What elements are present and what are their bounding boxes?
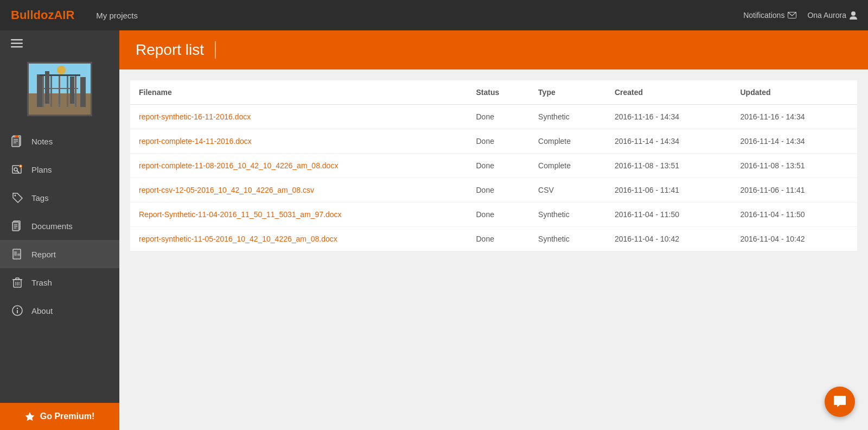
tags-label: Tags [31,193,49,203]
cell-updated: 2016-11-06 - 11:41 [731,178,857,203]
star-icon [25,412,35,421]
notifications-link[interactable]: Notifications [743,11,796,20]
about-icon [11,304,24,317]
cell-updated: 2016-11-04 - 11:50 [731,203,857,227]
cell-updated: 2016-11-08 - 13:51 [731,154,857,178]
cell-updated: 2016-11-14 - 14:34 [731,129,857,154]
top-navbar: BulldozAIR My projects Notifications Ona… [0,0,868,30]
content-header: Report list [119,30,868,69]
about-label: About [31,306,53,315]
svg-point-1 [851,11,856,16]
report-label: Report [31,250,56,259]
svg-rect-4 [11,46,23,48]
go-premium-button[interactable]: Go Premium! [0,403,119,430]
table-row: report-synthetic-11-05-2016_10_42_10_422… [130,227,857,251]
user-menu[interactable]: Ona Aurora [807,11,857,20]
cell-type: Synthetic [529,105,606,129]
cell-status: Done [468,203,530,227]
sidebar-item-trash[interactable]: Trash [0,268,119,296]
sidebar-item-report[interactable]: Report [0,240,119,268]
svg-rect-36 [14,251,17,256]
table-row: report-csv-12-05-2016_10_42_10_4226_am_0… [130,178,857,203]
file-link[interactable]: report-synthetic-16-11-2016.docx [139,112,251,121]
svg-rect-12 [59,76,60,107]
plans-label: Plans [31,165,52,174]
cell-created: 2016-11-08 - 13:51 [606,154,732,178]
documents-label: Documents [31,222,73,231]
content-body: Filename Status Type Created Updated rep… [119,69,868,430]
col-type: Type [529,80,606,105]
cell-status: Done [468,178,530,203]
project-thumbnail[interactable] [27,62,92,116]
plans-icon [11,163,24,176]
logo-bulldoz: Bulldoz [11,8,54,22]
trash-icon [11,276,24,289]
page-title: Report list [136,41,216,59]
sidebar: Notes Plans [0,30,119,430]
cell-type: Synthetic [529,203,606,227]
chat-bubble-button[interactable] [825,387,855,417]
cell-created: 2016-11-14 - 14:34 [606,129,732,154]
file-link[interactable]: report-csv-12-05-2016_10_42_10_4226_am_0… [139,186,314,194]
content-area: Report list Filename Status Type Created… [119,30,868,430]
table-row: report-complete-11-08-2016_10_42_10_4226… [130,154,857,178]
report-table: Filename Status Type Created Updated rep… [130,80,857,251]
col-created: Created [606,80,732,105]
cell-created: 2016-11-16 - 14:34 [606,105,732,129]
user-label: Ona Aurora [807,11,846,20]
hamburger-menu-button[interactable] [0,30,119,56]
premium-label: Go Premium! [40,412,94,421]
cell-type: Complete [529,129,606,154]
my-projects-link[interactable]: My projects [96,11,138,20]
file-link[interactable]: Report-Synthetic-11-04-2016_11_50_11_503… [139,210,342,219]
sidebar-item-documents[interactable]: Documents [0,212,119,240]
app-logo[interactable]: BulldozAIR [11,8,74,22]
svg-rect-14 [75,76,76,107]
sidebar-navigation: Notes Plans [0,122,119,403]
cell-type: CSV [529,178,606,203]
cell-status: Done [468,105,530,129]
svg-rect-3 [11,43,23,45]
svg-rect-18 [12,137,20,147]
cell-updated: 2016-11-16 - 14:34 [731,105,857,129]
svg-line-25 [17,170,19,173]
notifications-label: Notifications [743,11,784,20]
file-link[interactable]: report-complete-11-08-2016_10_42_10_4226… [139,161,338,170]
report-icon [11,248,24,261]
cell-type: Complete [529,154,606,178]
svg-rect-11 [50,76,52,107]
svg-rect-37 [17,254,20,256]
svg-point-48 [17,308,18,309]
table-row: report-complete-14-11-2016.docxDoneCompl… [130,129,857,154]
documents-icon [11,219,24,232]
logo-air: AIR [54,8,74,22]
sidebar-item-notes[interactable]: Notes [0,127,119,155]
col-status: Status [468,80,530,105]
chat-icon [833,395,847,409]
svg-rect-9 [40,74,80,76]
svg-point-16 [57,66,66,74]
user-icon [850,11,857,20]
cell-created: 2016-11-04 - 10:42 [606,227,732,251]
cell-type: Synthetic [529,227,606,251]
table-row: report-synthetic-16-11-2016.docxDoneSynt… [130,105,857,129]
cell-status: Done [468,129,530,154]
trash-label: Trash [31,278,52,287]
file-link[interactable]: report-complete-14-11-2016.docx [139,137,252,146]
svg-point-29 [15,195,16,197]
cell-status: Done [468,154,530,178]
svg-rect-15 [42,88,78,89]
table-body: report-synthetic-16-11-2016.docxDoneSynt… [130,105,857,251]
sidebar-item-about[interactable]: About [0,296,119,325]
table-header: Filename Status Type Created Updated [130,80,857,105]
svg-marker-49 [25,412,34,421]
file-link[interactable]: report-synthetic-11-05-2016_10_42_10_422… [139,235,337,243]
sidebar-item-tags[interactable]: Tags [0,184,119,212]
sidebar-item-plans[interactable]: Plans [0,155,119,184]
col-filename: Filename [130,80,468,105]
table-row: Report-Synthetic-11-04-2016_11_50_11_503… [130,203,857,227]
svg-rect-13 [67,76,68,107]
svg-rect-10 [42,76,44,107]
cell-status: Done [468,227,530,251]
nav-right: Notifications Ona Aurora [743,11,857,20]
